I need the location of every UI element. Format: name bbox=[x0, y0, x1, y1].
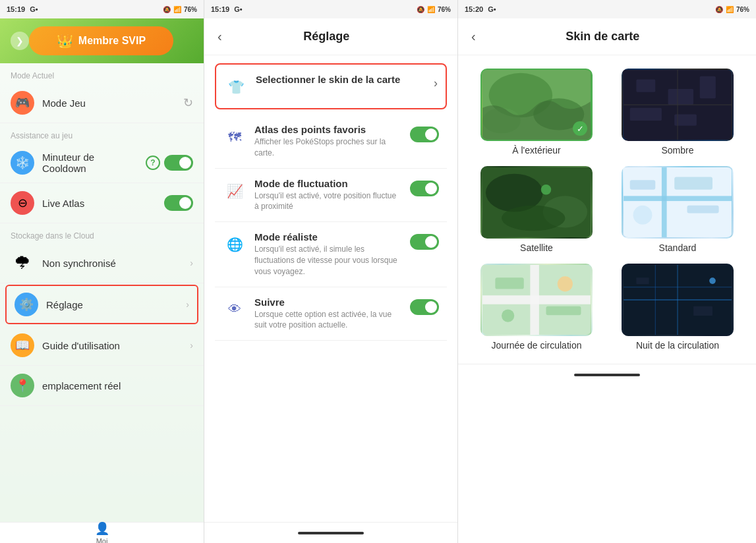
mode-jeu-right: ↻ bbox=[183, 96, 193, 110]
svg-point-16 bbox=[541, 185, 551, 194]
realiste-content: Mode réaliste Lorsqu'il est activé, il s… bbox=[254, 231, 402, 277]
panel-1: 15:19 G• 🔕 📶 76% ❯ 👑 Membre SVIP Mode Ac… bbox=[0, 0, 204, 543]
skin-satellite-item[interactable]: Satellite bbox=[471, 166, 602, 253]
fluctuation-toggle[interactable] bbox=[410, 181, 439, 196]
svg-rect-19 bbox=[662, 167, 667, 237]
mode-jeu-text: Mode Jeu bbox=[42, 98, 175, 109]
svg-rect-20 bbox=[630, 180, 656, 189]
skin-day-label: Journée de circulation bbox=[492, 340, 582, 351]
section-assistance: Assistance au jeu bbox=[0, 123, 204, 143]
suivre-icon: 👁 bbox=[223, 298, 247, 322]
skin-day-item[interactable]: Journée de circulation bbox=[471, 264, 602, 351]
cloud-icon: 🌩 bbox=[11, 251, 34, 275]
skin-satellite-label: Satellite bbox=[520, 243, 553, 253]
skin-standard-item[interactable]: Standard bbox=[612, 166, 743, 253]
guide-item[interactable]: 📖 Guide d'utilisation › bbox=[0, 326, 204, 366]
skin-satellite-thumb bbox=[480, 166, 593, 239]
p3-header: ‹ Skin de carte bbox=[458, 18, 756, 55]
minuteur-item[interactable]: ❄️ Minuteur de Cooldown ? bbox=[0, 143, 204, 183]
skin-dark-item[interactable]: Sombre bbox=[612, 69, 743, 156]
chevron-icon-2: › bbox=[186, 299, 189, 310]
guide-icon: 📖 bbox=[11, 333, 34, 357]
svg-rect-8 bbox=[630, 108, 662, 121]
atlas-toggle[interactable] bbox=[410, 127, 439, 142]
skin-day-thumb bbox=[480, 264, 593, 336]
skin-title: Selectionner le skin de la carte bbox=[256, 74, 426, 85]
realiste-toggle[interactable] bbox=[410, 234, 439, 250]
p2-header: ‹ Réglage bbox=[204, 18, 457, 55]
mode-jeu-icon: 🎮 bbox=[11, 91, 34, 115]
skin-satellite-svg bbox=[482, 167, 591, 237]
minuteur-right: ? bbox=[146, 155, 193, 171]
non-synchronise-item[interactable]: 🌩 Non synchronisé › bbox=[0, 243, 204, 283]
status-left-2: 15:19 G• bbox=[211, 5, 243, 13]
reglage-item[interactable]: ⚙️ Réglage › bbox=[5, 285, 198, 324]
skin-dark-thumb bbox=[622, 69, 734, 141]
back-button-3[interactable]: ‹ bbox=[469, 26, 479, 47]
section-mode-actuel: Mode Actuel bbox=[0, 63, 204, 83]
svg-rect-27 bbox=[495, 277, 523, 289]
svg-point-15 bbox=[502, 206, 565, 231]
svg-rect-36 bbox=[636, 277, 649, 284]
live-atlas-toggle[interactable] bbox=[164, 195, 193, 211]
minuteur-text: Minuteur de Cooldown bbox=[42, 152, 138, 174]
skin-right: › bbox=[434, 74, 438, 90]
time-2: 15:19 bbox=[211, 5, 229, 13]
battery-3: 76% bbox=[736, 6, 749, 13]
svg-rect-6 bbox=[668, 89, 694, 105]
time-3: 15:20 bbox=[465, 5, 483, 13]
reglage-right: › bbox=[186, 299, 189, 310]
live-atlas-right bbox=[164, 195, 193, 211]
non-synchronise-text: Non synchronisé bbox=[42, 258, 182, 269]
status-bar-3: 15:20 G• 🔕 📶 76% bbox=[458, 0, 756, 18]
atlas-desc: Afficher les PokéStops proches sur la ca… bbox=[254, 136, 402, 159]
crown-icon: 👑 bbox=[57, 33, 73, 49]
live-atlas-icon: ⊖ bbox=[11, 191, 34, 215]
back-button-1[interactable]: ❯ bbox=[11, 32, 29, 50]
chevron-icon-1: › bbox=[190, 258, 193, 268]
skin-standard-thumb bbox=[622, 166, 734, 239]
mode-jeu-item[interactable]: 🎮 Mode Jeu ↻ bbox=[0, 83, 204, 123]
chevron-icon-3: › bbox=[190, 340, 193, 351]
p3-title: Skin de carte bbox=[479, 30, 727, 43]
help-icon[interactable]: ? bbox=[146, 156, 160, 170]
sync-icon: ↻ bbox=[183, 96, 193, 110]
non-synchronise-right: › bbox=[190, 258, 193, 268]
back-button-2[interactable]: ‹ bbox=[215, 26, 225, 47]
emplacement-item[interactable]: 📍 emplacement réel bbox=[0, 366, 204, 406]
skin-exterior-item[interactable]: ✓ À l'extérieur bbox=[471, 69, 602, 156]
bottom-indicator-3 bbox=[574, 374, 640, 376]
guide-text: Guide d'utilisation bbox=[42, 340, 182, 351]
live-atlas-item[interactable]: ⊖ Live Atlas bbox=[0, 183, 204, 223]
time-1: 15:19 bbox=[7, 5, 25, 13]
svg-rect-21 bbox=[687, 206, 718, 214]
minuteur-toggle[interactable] bbox=[164, 155, 193, 171]
membre-svip-button[interactable]: 👑 Membre SVIP bbox=[29, 26, 173, 55]
status-left-1: 15:19 G• bbox=[7, 5, 38, 13]
suivre-item[interactable]: 👁 Suivre Lorsque cette option est activé… bbox=[215, 287, 447, 341]
battery-1: 76% bbox=[184, 6, 197, 13]
fluctuation-title: Mode de fluctuation bbox=[254, 178, 402, 189]
signal-icon: 🔕 bbox=[163, 6, 171, 13]
bottom-bar-1: 👤 Moi bbox=[0, 522, 204, 543]
skin-night-item[interactable]: Nuit de la circulation bbox=[612, 264, 743, 351]
fluctuation-item[interactable]: 📈 Mode de fluctuation Lorsqu'il est acti… bbox=[215, 169, 447, 223]
status-right-3: 🔕 📶 76% bbox=[715, 6, 749, 13]
skin-selected-check: ✓ bbox=[573, 121, 587, 136]
suivre-title: Suivre bbox=[254, 297, 402, 308]
realiste-right bbox=[410, 231, 439, 250]
realiste-icon: 🌐 bbox=[223, 233, 247, 256]
p2-body: 👕 Selectionner le skin de la carte › 🗺 A… bbox=[204, 55, 457, 522]
fluctuation-icon: 📈 bbox=[223, 179, 247, 203]
skin-day-svg bbox=[482, 265, 591, 335]
realiste-item[interactable]: 🌐 Mode réaliste Lorsqu'il est activé, il… bbox=[215, 222, 447, 287]
realiste-title: Mode réaliste bbox=[254, 231, 402, 243]
atlas-item[interactable]: 🗺 Atlas des points favoris Afficher les … bbox=[215, 115, 447, 169]
suivre-toggle[interactable] bbox=[410, 299, 439, 315]
skin-select-item[interactable]: 👕 Selectionner le skin de la carte › bbox=[215, 63, 447, 109]
skin-content: Selectionner le skin de la carte bbox=[256, 74, 426, 86]
bottom-indicator-2 bbox=[298, 532, 364, 534]
realiste-desc: Lorsqu'il est activé, il simule les fluc… bbox=[254, 244, 402, 277]
section-stockage: Stockage dans le Cloud bbox=[0, 223, 204, 243]
skin-dark-svg bbox=[623, 70, 732, 140]
